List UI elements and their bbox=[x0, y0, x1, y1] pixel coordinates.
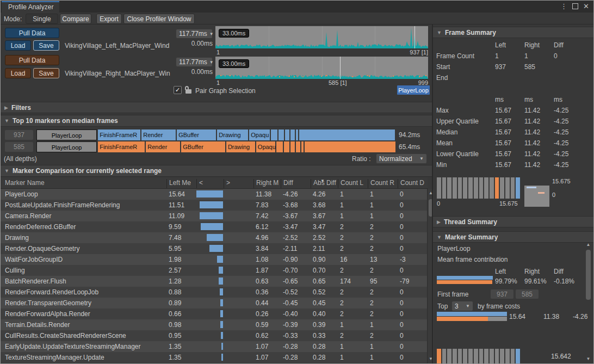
value-diff bbox=[554, 61, 583, 72]
col-diff[interactable]: Diff bbox=[281, 179, 311, 188]
mode-single-button[interactable]: Single bbox=[26, 14, 58, 24]
close-icon[interactable]: ✕ bbox=[583, 2, 589, 10]
scroll-down-icon[interactable]: ▼ bbox=[428, 356, 434, 362]
frame-time-graph-left[interactable]: 33.00ms bbox=[215, 26, 428, 48]
close-profiler-window-button[interactable]: Close Profiler Window bbox=[123, 14, 195, 24]
col-count-left[interactable]: Count L bbox=[338, 179, 368, 188]
table-row[interactable]: WaitForJobGroupID 1.98 1.08 -0.90 0.90 1… bbox=[1, 254, 428, 265]
cell-marker-name: PlayerLoop bbox=[1, 189, 166, 200]
table-row[interactable]: Terrain.Details.Render 0.98 0.59 -0.39 0… bbox=[1, 319, 428, 330]
top10-foldout[interactable]: ▼ Top 10 markers on median frames bbox=[1, 115, 432, 127]
range-max-right-dropdown[interactable]: 117.77ms▼ bbox=[176, 57, 213, 67]
comparison-foldout[interactable]: ▼ Marker Comparison for currently select… bbox=[1, 165, 432, 177]
marker-segment[interactable]: FinishFrameR bbox=[98, 129, 140, 140]
pull-data-right-button[interactable]: Pull Data bbox=[5, 55, 59, 65]
top-count-dropdown[interactable]: 3▼ bbox=[451, 301, 473, 311]
range-max-left-dropdown[interactable]: 117.77ms▼ bbox=[176, 29, 213, 39]
marker-segment[interactable]: Opaqu bbox=[249, 129, 270, 140]
table-row[interactable]: TextureStreamingManager.Update 1.35 1.07… bbox=[1, 352, 428, 363]
table-row[interactable]: Camera.Render 11.09 7.42 -3.67 3.67 1 1 … bbox=[1, 211, 428, 221]
col-abs-diff[interactable]: ▼Abs Diff bbox=[311, 179, 338, 188]
scroll-up-icon[interactable]: ▲ bbox=[584, 242, 592, 248]
first-frame-left-button[interactable]: 937 bbox=[491, 289, 513, 299]
marker-segment[interactable]: PlayerLoop bbox=[36, 129, 97, 140]
tab-profile-analyzer[interactable]: Profile Analyzer bbox=[2, 1, 59, 13]
marker-segment[interactable]: Opaqu bbox=[256, 141, 275, 152]
marker-segment[interactable] bbox=[296, 141, 300, 152]
load-right-button[interactable]: Load bbox=[5, 68, 31, 78]
marker-segment[interactable] bbox=[305, 141, 395, 152]
summary-scrollbar[interactable]: ▲ ▼ bbox=[584, 242, 592, 363]
scroll-down-icon[interactable]: ▼ bbox=[584, 356, 592, 362]
filters-foldout[interactable]: ▶ Filters bbox=[1, 102, 432, 113]
table-scrollbar[interactable]: ▲ ▼ bbox=[427, 189, 434, 364]
histogram-bar bbox=[516, 349, 520, 364]
table-row[interactable]: RenderForward.RenderLoopJob 0.88 0.36 -0… bbox=[1, 287, 428, 298]
col-right-bigger[interactable]: > bbox=[224, 179, 253, 188]
marker-segment[interactable] bbox=[285, 129, 289, 140]
marker-segment[interactable] bbox=[290, 141, 295, 152]
marker-segment[interactable] bbox=[276, 141, 283, 152]
cell-marker-name: Drawing bbox=[1, 232, 166, 243]
marker-segment[interactable]: GBuffer bbox=[181, 141, 225, 152]
pair-graph-selection-checkbox[interactable]: ✓ bbox=[174, 86, 182, 94]
marker-segment[interactable] bbox=[284, 141, 289, 152]
marker-segment[interactable] bbox=[301, 141, 304, 152]
marker-segment[interactable] bbox=[299, 129, 395, 140]
table-row[interactable]: PlayerLoop 15.64 11.38 -4.26 4.26 1 1 0 bbox=[1, 189, 428, 200]
first-frame-right-button[interactable]: 585 bbox=[516, 289, 539, 299]
marker-segment[interactable] bbox=[271, 129, 277, 140]
table-row[interactable]: RenderDeferred.GBuffer 9.59 6.12 -3.47 3… bbox=[1, 221, 428, 232]
marker-segment[interactable] bbox=[279, 129, 284, 140]
export-button[interactable]: Export bbox=[96, 14, 122, 24]
marker-summary-foldout[interactable]: ▼ Marker Summary bbox=[433, 231, 593, 243]
kebab-menu-icon[interactable]: ⋮ bbox=[560, 2, 567, 10]
marker-segment[interactable]: Render bbox=[146, 141, 180, 152]
scroll-up-icon[interactable]: ▲ bbox=[428, 190, 434, 196]
save-left-button[interactable]: Save bbox=[33, 40, 59, 51]
load-left-button[interactable]: Load bbox=[5, 40, 31, 51]
table-row[interactable]: PostLateUpdate.FinishFrameRendering 11.5… bbox=[1, 200, 428, 211]
histogram-bar bbox=[484, 349, 488, 364]
table-row[interactable]: Render.OpaqueGeometry 5.95 3.84 -2.11 2.… bbox=[1, 243, 428, 254]
graph-right-axis-mid: 585 [1] bbox=[329, 79, 347, 86]
col-right-median[interactable]: Right M bbox=[253, 179, 281, 188]
capture-left-name: VikingVillage_Left_MacPlayer_Wind bbox=[65, 42, 174, 50]
marker-segment[interactable]: Render bbox=[141, 129, 176, 140]
table-row[interactable]: Culling 2.57 1.87 -0.70 0.70 2 2 0 bbox=[1, 265, 428, 276]
cell-count-delta: 0 bbox=[398, 189, 428, 200]
table-row[interactable]: BatchRenderer.Flush 1.28 0.63 -0.65 0.65… bbox=[1, 276, 428, 287]
frame-time-graph-right[interactable]: 33.00ms bbox=[215, 57, 428, 79]
col-count-right[interactable]: Count R bbox=[368, 179, 398, 188]
ratio-dropdown[interactable]: Normalized▼ bbox=[376, 153, 427, 164]
frame-summary-title: Frame Summary bbox=[445, 29, 496, 36]
marker-segment[interactable] bbox=[296, 129, 299, 140]
summary-scrollbar-thumb[interactable] bbox=[586, 250, 591, 300]
table-row[interactable]: CullResults.CreateSharedRendererScene 0.… bbox=[1, 330, 428, 341]
cell-left-bar bbox=[196, 200, 224, 211]
col-left-median[interactable]: Left Me bbox=[166, 179, 196, 188]
marker-segment[interactable]: FinishFrameR bbox=[98, 141, 145, 152]
pull-data-left-button[interactable]: Pull Data bbox=[5, 28, 59, 38]
marker-segment[interactable]: Drawing bbox=[226, 141, 255, 152]
marker-segment[interactable]: GBuffer bbox=[177, 129, 216, 140]
mode-compare-button[interactable]: Compare bbox=[60, 14, 91, 24]
table-row[interactable]: Render.TransparentGeometry 0.89 0.44 -0.… bbox=[1, 298, 428, 309]
save-right-button[interactable]: Save bbox=[33, 68, 59, 78]
col-marker-name[interactable]: Marker Name bbox=[1, 179, 166, 188]
frame-summary-foldout[interactable]: ▼ Frame Summary bbox=[433, 27, 593, 38]
marker-segment[interactable]: PlayerLoop bbox=[36, 141, 97, 152]
marker-segment[interactable] bbox=[290, 129, 295, 140]
marker-segment[interactable]: Drawing bbox=[217, 129, 248, 140]
maximize-icon[interactable] bbox=[572, 3, 578, 9]
table-row[interactable]: Drawing 7.48 4.96 -2.52 2.52 2 2 0 bbox=[1, 232, 428, 243]
table-row[interactable]: RenderForwardAlpha.Render 0.66 0.26 -0.4… bbox=[1, 309, 428, 319]
thread-summary-foldout[interactable]: ▶ Thread Summary bbox=[433, 216, 593, 227]
unlock-icon[interactable] bbox=[185, 86, 192, 94]
col-count-delta[interactable]: Count D bbox=[398, 179, 428, 188]
col-left-bigger[interactable]: < bbox=[196, 179, 224, 188]
cell-marker-name: RenderForward.RenderLoopJob bbox=[1, 287, 166, 298]
cell-count-left: 2 bbox=[338, 287, 368, 298]
table-row[interactable]: EarlyUpdate.UpdateTextureStreamingManage… bbox=[1, 341, 428, 352]
stat-right: 11.42 bbox=[524, 105, 554, 116]
